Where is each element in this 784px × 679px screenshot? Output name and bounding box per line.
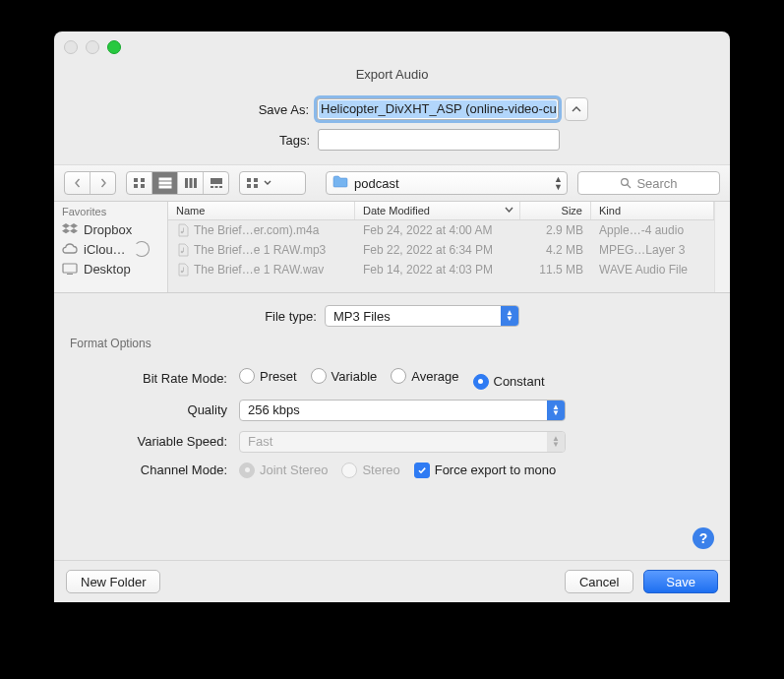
- file-type-value: MP3 Files: [333, 309, 391, 324]
- radio-label: Stereo: [362, 463, 399, 477]
- svg-rect-9: [194, 178, 197, 188]
- close-window-icon[interactable]: [64, 40, 78, 54]
- zoom-window-icon[interactable]: [107, 40, 121, 54]
- minimize-window-icon[interactable]: [86, 40, 99, 54]
- save-as-field[interactable]: Helicopter_DivXHT_ASP (online-video-cu: [317, 98, 559, 120]
- svg-rect-6: [159, 186, 171, 188]
- browser-toolbar: podcast ▲▼ Search: [54, 164, 730, 202]
- radio-label: Preset: [260, 369, 297, 384]
- tags-field[interactable]: [318, 129, 560, 151]
- radio-label: Constant: [494, 374, 545, 389]
- file-kind: Apple…-4 audio: [591, 223, 714, 237]
- sidebar-item-desktop[interactable]: Desktop: [54, 259, 167, 278]
- file-date: Feb 14, 2022 at 4:03 PM: [355, 263, 520, 277]
- collapse-browser-button[interactable]: [565, 97, 588, 121]
- bitrate-mode-average[interactable]: Average: [391, 368, 458, 384]
- file-name: The Brief…e 1 RAW.wav: [194, 263, 324, 277]
- svg-point-26: [181, 271, 184, 274]
- group-by-popup[interactable]: [239, 171, 306, 195]
- svg-rect-8: [189, 178, 192, 188]
- view-list-button[interactable]: [152, 172, 178, 194]
- search-field[interactable]: Search: [577, 171, 720, 195]
- vertical-scrollbar[interactable]: [714, 202, 730, 292]
- search-icon: [620, 177, 632, 189]
- file-browser: Favorites Dropbox iClou…: [54, 202, 730, 293]
- quality-label: Quality: [80, 402, 239, 417]
- svg-rect-21: [67, 274, 73, 275]
- variable-speed-value: Fast: [248, 434, 272, 449]
- sort-desc-icon: [505, 206, 513, 214]
- cloud-icon: [62, 241, 78, 257]
- file-row[interactable]: The Brief…er.com).m4aFeb 24, 2022 at 4:0…: [168, 220, 714, 240]
- popup-arrows-icon: ▲▼: [547, 432, 565, 452]
- force-mono-label: Force export to mono: [435, 463, 557, 477]
- help-icon: ?: [699, 530, 708, 546]
- svg-rect-2: [134, 184, 138, 188]
- sidebar-item-dropbox[interactable]: Dropbox: [54, 219, 167, 239]
- variable-speed-popup: Fast ▲▼: [239, 431, 566, 453]
- format-options-group: Bit Rate Mode: PresetVariableAverageCons…: [64, 352, 720, 496]
- view-icons-button[interactable]: [127, 172, 152, 194]
- svg-rect-23: [183, 228, 184, 233]
- svg-rect-25: [183, 248, 184, 253]
- nav-forward-button[interactable]: [90, 172, 115, 194]
- folder-icon: [332, 175, 348, 191]
- chevron-down-icon: [264, 180, 271, 186]
- icon-view-icon: [133, 177, 147, 189]
- bitrate-mode-constant[interactable]: Constant: [473, 374, 545, 390]
- checkbox-check-icon: [414, 463, 430, 478]
- quality-popup[interactable]: 256 kbps ▲▼: [239, 400, 566, 421]
- tags-label: Tags:: [89, 133, 318, 148]
- popup-arrows-icon: ▲▼: [501, 306, 518, 326]
- file-date: Feb 24, 2022 at 4:00 AM: [355, 223, 520, 237]
- column-kind[interactable]: Kind: [591, 202, 714, 219]
- chevron-up-icon: [572, 105, 581, 113]
- file-name: The Brief…e 1 RAW.mp3: [194, 243, 326, 257]
- channel-mode-stereo: Stereo: [341, 463, 399, 478]
- desktop-icon: [62, 261, 78, 277]
- svg-rect-14: [247, 178, 251, 182]
- svg-rect-15: [254, 178, 258, 182]
- svg-rect-0: [134, 178, 138, 182]
- audio-file-icon: [176, 223, 190, 237]
- sidebar-item-icloud[interactable]: iClou…: [54, 239, 167, 259]
- sidebar-item-label: Dropbox: [84, 222, 132, 237]
- file-row[interactable]: The Brief…e 1 RAW.wavFeb 14, 2022 at 4:0…: [168, 260, 714, 279]
- location-value: podcast: [354, 176, 399, 191]
- column-date[interactable]: Date Modified: [355, 202, 520, 219]
- force-mono-checkbox[interactable]: Force export to mono: [414, 463, 557, 478]
- dropbox-icon: [62, 221, 78, 237]
- bitrate-mode-preset[interactable]: Preset: [239, 368, 297, 384]
- radio-label: Joint Stereo: [260, 463, 328, 477]
- list-view-icon: [158, 177, 172, 189]
- bitrate-mode-variable[interactable]: Variable: [311, 368, 378, 384]
- channel-mode-joint-stereo: Joint Stereo: [239, 463, 328, 478]
- column-size[interactable]: Size: [520, 202, 591, 219]
- stepper-arrows-icon: ▲▼: [554, 175, 563, 191]
- help-button[interactable]: ?: [693, 527, 714, 549]
- location-popup[interactable]: podcast ▲▼: [326, 171, 568, 195]
- radio-icon: [341, 463, 357, 478]
- radio-icon: [473, 374, 489, 390]
- svg-rect-5: [159, 182, 171, 184]
- column-name[interactable]: Name: [168, 202, 355, 219]
- view-columns-button[interactable]: [178, 172, 204, 194]
- radio-icon: [239, 368, 255, 384]
- sidebar-item-label: Desktop: [84, 262, 131, 277]
- save-button[interactable]: Save: [643, 570, 718, 593]
- radio-icon: [391, 368, 406, 384]
- file-type-popup[interactable]: MP3 Files ▲▼: [325, 305, 519, 327]
- svg-point-24: [181, 251, 184, 254]
- new-folder-button[interactable]: New Folder: [66, 570, 160, 593]
- nav-back-forward: [64, 171, 116, 195]
- chevron-left-icon: [73, 178, 83, 188]
- dialog-footer: New Folder Cancel Save: [54, 560, 730, 602]
- cancel-button[interactable]: Cancel: [565, 570, 633, 593]
- save-as-value: Helicopter_DivXHT_ASP (online-video-cu: [319, 100, 557, 118]
- column-view-icon: [184, 177, 198, 189]
- view-gallery-button[interactable]: [204, 172, 228, 194]
- nav-back-button[interactable]: [65, 172, 90, 194]
- file-row[interactable]: The Brief…e 1 RAW.mp3Feb 22, 2022 at 6:3…: [168, 240, 714, 260]
- file-size: 11.5 MB: [520, 263, 591, 277]
- svg-point-18: [622, 179, 629, 186]
